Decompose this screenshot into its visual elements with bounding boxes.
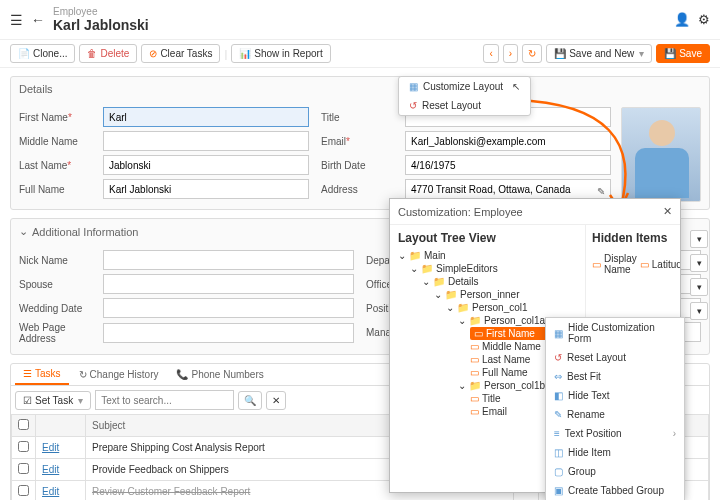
avatar[interactable] [621, 107, 701, 202]
field-label: Birth Date [321, 160, 401, 171]
field-input[interactable] [103, 179, 309, 199]
clear-search-button[interactable]: ✕ [266, 391, 286, 410]
field-input[interactable] [405, 179, 611, 199]
field-input[interactable] [405, 131, 611, 151]
select-all-checkbox[interactable] [18, 419, 29, 430]
close-icon[interactable]: ✕ [663, 205, 672, 218]
ctx-tabbed-group[interactable]: ▣Create Tabbed Group [546, 481, 684, 500]
ctx-hide-form[interactable]: ▦Hide Customization Form [546, 318, 684, 348]
hidden-item[interactable]: ▭Display Name [592, 251, 637, 277]
set-task-button[interactable]: ☑Set Task▾ [15, 391, 91, 410]
field-input[interactable] [103, 274, 354, 294]
save-and-new-button[interactable]: 💾Save and New▾ [546, 44, 652, 63]
breadcrumb: Employee Karl Jablonski [53, 6, 149, 33]
field-label: Middle Name [19, 136, 99, 147]
row-checkbox[interactable] [18, 463, 29, 474]
clear-tasks-button[interactable]: ⊘Clear Tasks [141, 44, 220, 63]
field-input[interactable] [103, 131, 309, 151]
row-checkbox[interactable] [18, 485, 29, 496]
refresh-button[interactable]: ↻ [522, 44, 542, 63]
field-label: First Name [19, 112, 99, 123]
ctx-text-position[interactable]: ≡Text Position› [546, 424, 684, 443]
edit-link[interactable]: Edit [42, 486, 59, 497]
customize-layout-item[interactable]: ▦Customize Layout↖ [399, 77, 530, 96]
field-label: Web Page Address [19, 322, 99, 344]
side-dropdown-2[interactable]: ▾ [690, 254, 708, 272]
field-label: Spouse [19, 279, 99, 290]
hamburger-icon[interactable]: ☰ [10, 12, 23, 28]
show-in-report-button[interactable]: 📊Show in Report [231, 44, 330, 63]
ctx-hide-item[interactable]: ◫Hide Item [546, 443, 684, 462]
edit-link[interactable]: Edit [42, 442, 59, 453]
reset-layout-item[interactable]: ↺Reset Layout [399, 96, 530, 115]
delete-button[interactable]: 🗑Delete [79, 44, 137, 63]
tab-change-history[interactable]: ↻Change History [71, 364, 167, 385]
ctx-hide-text[interactable]: ◧Hide Text [546, 386, 684, 405]
hidden-item[interactable]: ▭Latitude [640, 257, 680, 272]
field-label: Wedding Date [19, 303, 99, 314]
field-label: Address [321, 184, 401, 195]
edit-icon[interactable]: ✎ [597, 186, 605, 197]
search-button[interactable]: 🔍 [238, 391, 262, 410]
field-label: Title [321, 112, 401, 123]
edit-link[interactable]: Edit [42, 464, 59, 475]
ctx-group[interactable]: ▢Group [546, 462, 684, 481]
gear-icon[interactable]: ⚙ [698, 12, 710, 27]
next-button[interactable]: › [503, 44, 518, 63]
field-input[interactable] [103, 323, 354, 343]
field-label: Last Name [19, 160, 99, 171]
field-input[interactable] [103, 298, 354, 318]
page-title: Karl Jablonski [53, 17, 149, 33]
ctx-rename[interactable]: ✎Rename [546, 405, 684, 424]
ctx-best-fit[interactable]: ⇔Best Fit [546, 367, 684, 386]
tab-phone-numbers[interactable]: 📞Phone Numbers [168, 364, 271, 385]
field-label: Email [321, 136, 401, 147]
back-icon[interactable]: ← [31, 12, 45, 28]
clone-button[interactable]: 📄Clone... [10, 44, 75, 63]
search-input[interactable] [95, 390, 234, 410]
chevron-down-icon[interactable]: ⌄ [19, 225, 28, 238]
context-menu: ▦Hide Customization Form ↺Reset Layout ⇔… [545, 317, 685, 500]
field-input[interactable] [103, 250, 354, 270]
side-dropdown-4[interactable]: ▾ [690, 302, 708, 320]
user-icon[interactable]: 👤 [674, 12, 690, 27]
prev-button[interactable]: ‹ [483, 44, 498, 63]
field-label: Full Name [19, 184, 99, 195]
save-button[interactable]: 💾Save [656, 44, 710, 63]
side-dropdown-1[interactable]: ▾ [690, 230, 708, 248]
field-input[interactable] [103, 155, 309, 175]
field-label: Nick Name [19, 255, 99, 266]
details-panel: Details First NameMiddle NameLast NameFu… [10, 76, 710, 210]
row-checkbox[interactable] [18, 441, 29, 452]
field-input[interactable] [103, 107, 309, 127]
tab-tasks[interactable]: ☰Tasks [15, 364, 69, 385]
layout-menu: ▦Customize Layout↖ ↺Reset Layout [398, 76, 531, 116]
ctx-reset-layout[interactable]: ↺Reset Layout [546, 348, 684, 367]
side-dropdown-3[interactable]: ▾ [690, 278, 708, 296]
field-input[interactable] [405, 155, 611, 175]
